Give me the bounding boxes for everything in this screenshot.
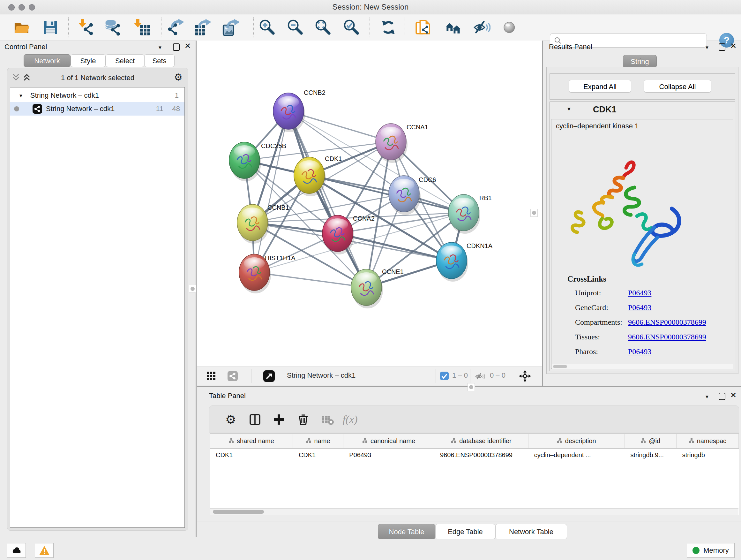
table-cell[interactable]: cyclin–dependent ... bbox=[529, 449, 625, 461]
table-cell[interactable]: CDK1 bbox=[293, 449, 343, 461]
toolbar-separator bbox=[253, 17, 254, 37]
column-header-namespac[interactable]: namespac bbox=[677, 434, 739, 448]
right-splitter-handle[interactable] bbox=[530, 209, 538, 217]
crosslink-label: Compartments: bbox=[575, 318, 622, 327]
selected-checkbox-icon[interactable] bbox=[440, 372, 449, 381]
delete-column-icon[interactable] bbox=[295, 412, 311, 428]
clone-network-icon[interactable] bbox=[414, 18, 432, 37]
crosslink-value-link[interactable]: 9606.ENSP00000378699 bbox=[628, 318, 706, 327]
network-edge[interactable] bbox=[254, 272, 366, 287]
zoom-in-icon[interactable] bbox=[259, 18, 276, 37]
table-cell[interactable]: stringdb:9... bbox=[624, 449, 676, 461]
node-label: RB1 bbox=[479, 194, 492, 201]
string-home-icon[interactable] bbox=[444, 18, 462, 37]
control-panel-float-icon[interactable] bbox=[173, 44, 180, 51]
column-type-icon bbox=[228, 437, 234, 445]
refresh-view-icon[interactable] bbox=[380, 18, 397, 37]
table-cell[interactable]: stringdb bbox=[677, 449, 739, 461]
function-builder-icon[interactable]: f(x) bbox=[342, 412, 358, 428]
save-session-icon[interactable] bbox=[42, 18, 59, 37]
open-in-window-icon[interactable] bbox=[263, 370, 275, 383]
fit-selected-crosshair-icon[interactable] bbox=[519, 370, 531, 384]
collapse-all-button[interactable]: Collapse All bbox=[644, 80, 711, 92]
crosslink-value-link[interactable]: 9606.ENSP00000378699 bbox=[628, 333, 706, 341]
network-node-HIST1H1A[interactable]: HIST1H1A bbox=[239, 254, 295, 294]
warning-icon[interactable] bbox=[35, 543, 54, 558]
network-collection-row[interactable]: ▼ String Network – cdk1 1 bbox=[10, 89, 185, 102]
control-panel-close-icon[interactable]: ✕ bbox=[185, 42, 191, 51]
zoom-selected-icon[interactable] bbox=[343, 18, 360, 37]
network-node-CCNA2[interactable]: CCNA2 bbox=[322, 215, 375, 254]
glass-ball-effect-icon[interactable] bbox=[501, 18, 519, 37]
network-node-CCNE1[interactable]: CCNE1 bbox=[351, 268, 404, 308]
tree-expander-icon[interactable]: ▼ bbox=[18, 93, 23, 98]
tab-node-table[interactable]: Node Table bbox=[378, 524, 435, 539]
export-network-icon[interactable] bbox=[166, 18, 185, 37]
tab-select[interactable]: Select bbox=[106, 54, 144, 67]
open-session-icon[interactable] bbox=[13, 18, 30, 37]
results-panel-float-icon[interactable] bbox=[719, 44, 725, 51]
tab-string[interactable]: String bbox=[623, 55, 657, 68]
delete-table-icon[interactable] bbox=[320, 412, 336, 428]
birds-eye-icon[interactable] bbox=[227, 371, 238, 382]
network-canvas[interactable]: CCNB2CCNA1CDC25BCDK1CDC6RB1CCNB1CCNA2CDK… bbox=[197, 41, 542, 367]
column-header-description[interactable]: description bbox=[529, 434, 625, 448]
column-header-shared-name[interactable]: shared name bbox=[210, 434, 293, 448]
bottom-splitter-handle[interactable] bbox=[468, 383, 475, 391]
grid-view-icon[interactable] bbox=[206, 371, 216, 382]
memory-button[interactable]: Memory bbox=[687, 543, 735, 558]
results-panel-close-icon[interactable]: ✕ bbox=[730, 42, 737, 51]
network-node-CDKN1A[interactable]: CDKN1A bbox=[436, 242, 493, 282]
network-edge[interactable] bbox=[288, 111, 366, 287]
tab-network-table[interactable]: Network Table bbox=[495, 524, 567, 539]
table-row[interactable]: CDK1CDK1P064939606.ENSP00000378699cyclin… bbox=[210, 449, 739, 461]
table-hscrollbar[interactable] bbox=[210, 508, 738, 515]
network-edge[interactable] bbox=[254, 111, 288, 272]
table-cell[interactable]: 9606.ENSP00000378699 bbox=[434, 449, 529, 461]
table-panel-close-icon[interactable]: ✕ bbox=[730, 391, 737, 400]
column-header-canonical-name[interactable]: canonical name bbox=[343, 434, 434, 448]
entry-header[interactable]: ▼ CDK1 bbox=[550, 102, 735, 118]
network-node-CCNA1[interactable]: CCNA1 bbox=[376, 124, 428, 163]
show-columns-icon[interactable] bbox=[247, 412, 263, 428]
network-node-CCNB2[interactable]: CCNB2 bbox=[273, 89, 326, 132]
tab-edge-table[interactable]: Edge Table bbox=[435, 524, 495, 539]
table-options-gear-icon[interactable]: ⚙ bbox=[223, 412, 239, 428]
zoom-fit-icon[interactable] bbox=[314, 18, 332, 37]
expand-all-button[interactable]: Expand All bbox=[569, 80, 631, 92]
import-network-database-icon[interactable] bbox=[104, 18, 122, 37]
table-panel-menu-icon[interactable]: ▼ bbox=[704, 394, 710, 399]
zoom-out-icon[interactable] bbox=[286, 18, 305, 37]
import-table-file-icon[interactable] bbox=[133, 18, 151, 37]
crosslink-value-link[interactable]: P06493 bbox=[628, 289, 651, 297]
column-header-database-identifier[interactable]: database identifier bbox=[434, 434, 529, 448]
hidden-eye-icon[interactable] bbox=[475, 372, 485, 382]
table-cell[interactable]: CDK1 bbox=[210, 449, 293, 461]
tab-style[interactable]: Style bbox=[71, 54, 106, 67]
left-splitter-handle[interactable] bbox=[189, 285, 196, 293]
network-node-CDC6[interactable]: CDC6 bbox=[389, 176, 436, 215]
export-image-icon[interactable] bbox=[222, 18, 240, 37]
crosslink-value-link[interactable]: P06493 bbox=[628, 303, 651, 312]
hide-enhanced-labels-icon[interactable] bbox=[473, 18, 491, 37]
options-gear-icon[interactable]: ⚙ bbox=[174, 72, 183, 82]
crosslink-value-link[interactable]: P06493 bbox=[628, 348, 651, 356]
tab-sets[interactable]: Sets bbox=[144, 54, 175, 67]
table-cell[interactable]: P06493 bbox=[343, 449, 434, 461]
column-header-@id[interactable]: @id bbox=[625, 434, 677, 448]
entry-hscrollbar[interactable] bbox=[552, 364, 733, 369]
import-network-file-icon[interactable] bbox=[77, 18, 95, 37]
cloud-icon[interactable] bbox=[7, 543, 26, 558]
column-header-name[interactable]: name bbox=[293, 434, 343, 448]
network-node-RB1[interactable]: RB1 bbox=[448, 194, 492, 234]
table-panel-float-icon[interactable] bbox=[719, 393, 725, 400]
add-column-icon[interactable] bbox=[271, 412, 287, 428]
results-panel-menu-icon[interactable]: ▼ bbox=[704, 45, 710, 50]
right-splitter[interactable] bbox=[542, 41, 543, 387]
control-panel-menu-icon[interactable]: ▼ bbox=[158, 45, 162, 50]
tab-network[interactable]: Network bbox=[23, 54, 71, 67]
toolbar-separator bbox=[68, 17, 69, 37]
export-table-icon[interactable] bbox=[194, 18, 212, 37]
network-row-selected[interactable]: String Network – cdk1 11 48 bbox=[10, 102, 185, 116]
entry-expander-icon[interactable]: ▼ bbox=[566, 106, 571, 112]
